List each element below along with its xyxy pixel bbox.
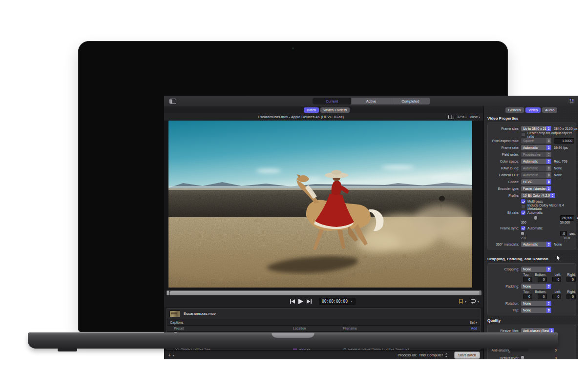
start-batch-button[interactable]: Start Batch xyxy=(454,351,480,359)
stepper-icon xyxy=(550,193,555,198)
bookmark-icon xyxy=(459,299,463,304)
bit-rate-row: Bit rate: Automatic xyxy=(488,209,576,215)
job-title: Escaramuzas.mov xyxy=(184,311,216,316)
skip-forward-button[interactable] xyxy=(307,299,312,304)
playhead-icon[interactable] xyxy=(168,290,171,295)
view-dropdown[interactable]: View▾ xyxy=(470,115,480,119)
tab-completed[interactable]: Completed xyxy=(391,98,430,104)
add-output-link[interactable]: Add xyxy=(471,327,477,330)
encoder-type-dropdown[interactable]: Faster (standard qua... xyxy=(521,186,551,191)
tab-current[interactable]: Current xyxy=(313,98,352,104)
process-on-value: This Computer xyxy=(419,353,443,357)
crop-bottom-field[interactable]: 0 xyxy=(538,277,547,282)
status-segmented-control: Current Active Completed xyxy=(313,98,430,104)
tab-audio[interactable]: Audio xyxy=(542,107,557,113)
codec-dropdown[interactable]: HEVC xyxy=(521,179,551,185)
meta360-row: 360° metadata: Automatic None xyxy=(488,241,576,248)
stepper-icon xyxy=(546,172,551,178)
camera-lut-dropdown: Automatic xyxy=(521,172,551,178)
tab-video[interactable]: Video xyxy=(525,107,541,113)
slider-thumb[interactable] xyxy=(521,356,524,359)
inspector-toggle-button[interactable] xyxy=(568,98,575,103)
tab-general[interactable]: General xyxy=(505,107,524,113)
chevron-down-icon: ▾ xyxy=(478,300,479,303)
timeline-end-marker xyxy=(480,291,481,295)
pad-top-field[interactable]: 0 xyxy=(523,294,532,299)
skip-back-button[interactable] xyxy=(290,299,295,304)
bit-rate-slider[interactable] xyxy=(521,216,558,220)
stepper-icon xyxy=(546,138,551,144)
page: Current Active Completed Batch xyxy=(0,0,586,392)
raw-to-log-dropdown: Automatic xyxy=(521,165,551,171)
captions-dropdown[interactable]: ▾ xyxy=(471,299,479,304)
bit-rate-auto-checkbox[interactable] xyxy=(521,210,525,215)
tab-watch-folders[interactable]: Watch Folders xyxy=(320,107,350,113)
rotation-dropdown[interactable]: None xyxy=(521,301,551,306)
marker-dropdown[interactable]: ▾ xyxy=(459,299,466,304)
pixel-aspect-field[interactable]: 1.0000 xyxy=(554,138,574,144)
column-preset: Preset xyxy=(174,327,184,330)
frame-sync-slider[interactable] xyxy=(521,232,558,236)
play-button[interactable] xyxy=(298,299,303,304)
inspector-panel: General Video Audio Video Properties Fra… xyxy=(483,106,578,359)
captions-label: Captions xyxy=(170,321,184,324)
add-job-button[interactable]: +▾ xyxy=(168,352,174,358)
chevron-down-icon: ▾ xyxy=(351,300,353,303)
stepper-icon[interactable] xyxy=(445,353,448,357)
laptop-foot xyxy=(58,348,77,351)
viewer-area xyxy=(164,121,483,290)
timeline-scrubber[interactable] xyxy=(167,290,481,295)
webcam-icon xyxy=(292,47,294,49)
frame-size-dropdown[interactable]: Up to 3840 x 2160 xyxy=(521,126,551,131)
crop-top-field[interactable]: 0 xyxy=(523,277,532,282)
pixel-aspect-dropdown: Square xyxy=(521,138,551,144)
cropping-dropdown[interactable]: None xyxy=(521,267,551,272)
mouse-cursor-icon xyxy=(556,255,561,261)
details-level-row: Details level: 0 xyxy=(488,354,576,359)
field-order-row: Field order: Progressive xyxy=(488,151,576,158)
frame-rate-dropdown[interactable]: Automatic xyxy=(521,145,551,150)
tab-active[interactable]: Active xyxy=(352,98,391,104)
laptop-lid: Current Active Completed Batch xyxy=(78,41,508,332)
frame-sync-field[interactable]: .0 xyxy=(560,231,567,236)
cropping-row: Cropping: None xyxy=(488,266,576,272)
stepper-icon xyxy=(546,301,551,306)
toolbar: Current Active Completed xyxy=(164,96,578,107)
job-header-row[interactable]: Escaramuzas.mov xyxy=(167,309,480,319)
timecode-field[interactable]: 00:00:00:00 ▾ xyxy=(319,298,356,305)
slider-thumb[interactable] xyxy=(534,216,537,220)
stepper-icon xyxy=(546,186,551,191)
codec-row: Codec: HEVC xyxy=(488,178,576,185)
slider-thumb[interactable] xyxy=(521,232,524,235)
pad-left-field[interactable]: 0 xyxy=(552,294,562,299)
chevron-down-icon: ▾ xyxy=(465,116,467,119)
frame-sync-auto-checkbox[interactable] xyxy=(521,226,525,230)
video-properties-box: Frame size: Up to 3840 x 2160 3840 x 216… xyxy=(487,123,576,249)
crop-left-field[interactable]: 0 xyxy=(552,277,562,282)
padding-dropdown[interactable]: None xyxy=(521,284,551,289)
section-heading-cropping: Cropping, Padding, and Rotation xyxy=(487,257,548,261)
section-heading-video-properties: Video Properties xyxy=(487,116,518,121)
captions-set-dropdown[interactable]: Set▾ xyxy=(469,321,477,324)
bit-rate-field[interactable]: 26,999 xyxy=(560,215,574,221)
pad-right-field[interactable]: 0 xyxy=(566,294,576,299)
zoom-dropdown[interactable]: 32%▾ xyxy=(457,115,467,119)
profile-dropdown[interactable]: 10-Bit Color (4:2:0) xyxy=(521,193,555,198)
dolby-vision-checkbox[interactable] xyxy=(521,205,525,209)
split-view-icon[interactable] xyxy=(448,115,454,119)
chevron-down-icon: ▾ xyxy=(479,116,480,119)
tab-batch[interactable]: Batch xyxy=(304,107,319,113)
meta360-dropdown[interactable]: Automatic xyxy=(521,242,551,247)
details-level-slider[interactable] xyxy=(521,356,552,359)
multi-pass-checkbox[interactable] xyxy=(521,199,525,204)
flip-dropdown[interactable]: None xyxy=(521,308,551,313)
transport-bar: 00:00:00:00 ▾ ▾ ▾ xyxy=(164,296,483,308)
pad-bottom-field[interactable]: 0 xyxy=(538,294,547,299)
preview-image xyxy=(168,121,472,288)
sidebar-toggle-button[interactable] xyxy=(168,98,177,104)
color-space-dropdown[interactable]: Automatic xyxy=(521,159,551,164)
column-location: Location xyxy=(293,327,306,330)
center-crop-checkbox[interactable] xyxy=(521,132,525,137)
crop-right-field[interactable]: 0 xyxy=(566,277,576,282)
section-heading-quality: Quality xyxy=(487,318,501,323)
